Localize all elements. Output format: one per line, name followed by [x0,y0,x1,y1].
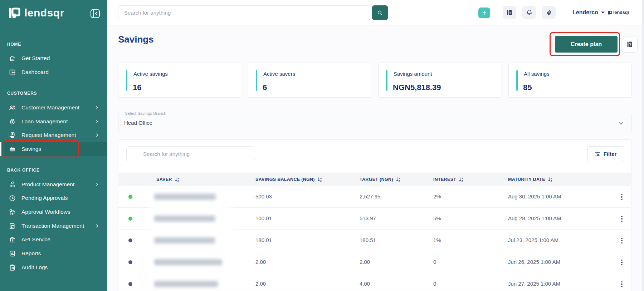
status-dot [128,195,132,199]
sort-icon: AZ [548,177,553,182]
maturity-date-cell: Jun 27, 2025 1:00 AM [508,281,560,287]
sidebar-item-product-management[interactable]: Product Management [0,177,107,192]
column-header-saver[interactable]: SAVER AZ [156,173,180,186]
stat-card-active-savers: Active savers 6 [248,63,371,98]
sidebar-item-loan-management[interactable]: Loan Management [0,114,107,129]
sidebar-item-request-management[interactable]: Request Management [0,128,107,142]
target-cell: 513.97 [360,215,376,221]
sidebar-item-approval-workflows[interactable]: Approval Workflows [0,205,107,219]
stat-value: 85 [523,83,532,92]
interest-cell: 2% [433,193,441,199]
stat-value: 16 [133,83,141,92]
briefcase-icon [9,146,16,153]
select-value: Head Office [124,120,152,126]
svg-text:?: ? [629,43,631,46]
sort-icon: AZ [459,177,464,182]
sidebar-item-customer-management[interactable]: Customer Management [0,100,107,115]
sidebar-item-label: Customer Management [21,104,79,111]
sidebar-item-label: Pending Approvals [21,195,68,201]
sidebar-item-audit-logs[interactable]: Audit Logs [0,260,107,275]
chevron-right-icon [95,119,99,124]
window-edge [642,0,644,291]
sidebar-item-get-started[interactable]: Get Started [0,51,107,65]
product-icon [9,181,16,188]
table-row[interactable]: 2.00 2.00 0 Jun 26, 2025 1:00 AM [118,251,631,273]
create-plan-button[interactable]: Create plan [555,36,618,53]
table-header: SAVER AZ SAVINGS BALANCE (NGN) AZ TARGET… [118,173,631,186]
chevron-right-icon [95,133,99,137]
table-search-input[interactable] [126,146,255,161]
status-dot [128,238,132,242]
sidebar-item-pending-approvals[interactable]: Pending Approvals [0,191,107,205]
row-menu-button[interactable] [619,214,625,224]
column-header-savings-balance[interactable]: SAVINGS BALANCE (NGN) AZ [255,173,322,186]
bell-icon [526,9,533,16]
column-header-interest[interactable]: INTEREST AZ [433,173,464,186]
bank-icon [9,236,16,243]
select-floating-label: Select Savings Branch [123,111,169,115]
stat-value: 6 [263,83,267,92]
stat-label: Savings amount [394,71,432,77]
stat-card-active-savings: Active savings 16 [118,63,241,98]
table-row[interactable]: 2.00 4.00 0 Jun 27, 2025 1:00 AM [118,273,631,291]
saver-name-redacted [154,259,222,265]
row-menu-button[interactable] [619,192,625,202]
sidebar-item-reports[interactable]: Reports [0,246,107,261]
quick-add-button[interactable]: + [478,8,490,18]
svg-text:?: ? [509,11,511,15]
gear-icon [545,9,553,16]
page-help-button[interactable]: ? [621,36,638,53]
sidebar-item-dashboard[interactable]: Dashboard [0,65,107,79]
interest-cell: 1% [433,237,441,243]
status-dot [128,217,132,221]
savings-branch-select[interactable]: Select Savings Branch Head Office [118,114,631,132]
global-search-input[interactable] [118,5,370,20]
stat-label: Active savers [263,71,295,77]
chevron-right-icon [95,224,99,228]
sidebar-item-api-service[interactable]: API Service [0,232,107,247]
chevron-down-icon [619,122,623,125]
maturity-date-cell: Jun 26, 2025 1:00 AM [508,259,560,265]
logo-text: lendsqr [24,7,64,19]
chevron-right-icon [95,105,99,110]
savings-balance-cell: 2.00 [255,259,266,265]
stat-card-all-savings: All savings 85 [508,63,631,98]
sort-icon: AZ [396,177,401,182]
settings-button[interactable] [542,6,556,19]
table-row[interactable]: 500.03 2,527.95 2% Aug 30, 2025 1:00 AM [118,186,631,208]
interest-cell: 5% [433,215,441,221]
clock-icon [9,194,16,202]
card-accent-bar [256,70,257,91]
maturity-date-cell: Aug 30, 2025 1:00 AM [508,193,561,199]
row-menu-button[interactable] [619,257,625,267]
column-header-target[interactable]: TARGET (NGN) AZ [360,173,401,186]
notifications-button[interactable] [522,6,536,19]
chevron-down-icon [601,11,605,14]
sidebar-collapse-button[interactable] [90,9,100,19]
home-icon [9,55,16,62]
column-header-maturity-date[interactable]: MATURITY DATE AZ [508,173,553,186]
savings-table-card: Filter SAVER AZ SAVINGS BALANCE (NGN) AZ… [118,139,631,291]
maturity-date-cell: Aug 28, 2025 1:00 AM [508,215,561,221]
help-button[interactable]: ? [503,6,516,19]
filter-sliders-icon [594,151,600,157]
svg-text:Z: Z [551,180,552,182]
svg-text:Z: Z [177,180,179,182]
stat-value: NGN5,818.39 [393,83,441,92]
sidebar-item-savings[interactable]: Savings [0,142,107,156]
interest-cell: 0 [433,259,436,265]
row-menu-button[interactable] [619,279,625,289]
saver-name-redacted [154,237,215,243]
svg-text:A: A [320,177,322,179]
dashboard-icon [9,69,16,76]
filter-label: Filter [604,151,617,157]
global-search-button[interactable] [372,5,388,20]
filter-button[interactable]: Filter [587,146,623,161]
table-row[interactable]: 100.01 513.97 5% Aug 28, 2025 1:00 AM [118,208,631,230]
sidebar-item-label: Product Management [21,181,74,188]
sidebar-item-transaction-management[interactable]: Transaction Management [0,219,107,233]
lendsqr-wordmark-small: lendsqr [608,10,629,15]
table-row[interactable]: 180.01 180.51 1% Jul 23, 2025 1:00 AM [118,230,631,251]
org-switcher[interactable]: Lenderco lendsqr [572,0,629,25]
row-menu-button[interactable] [619,236,625,246]
